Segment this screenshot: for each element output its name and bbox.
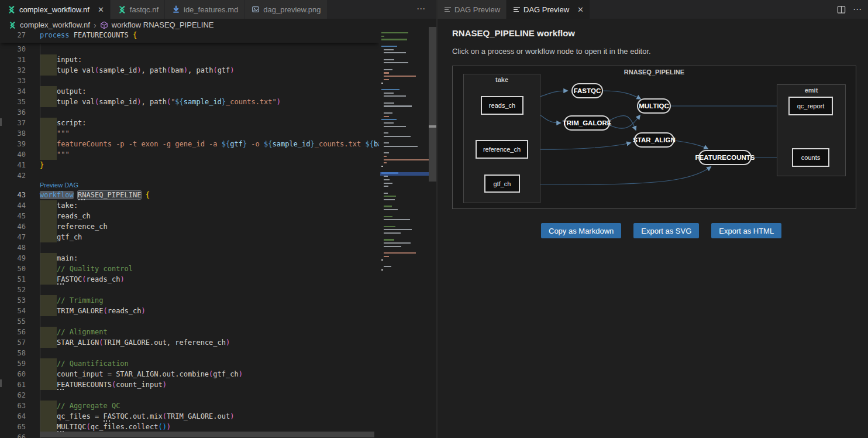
symbol-cube-icon xyxy=(100,21,108,29)
horizontal-scrollbar[interactable] xyxy=(40,432,374,437)
dag-node-STAR_ALIGN[interactable]: STAR_ALIGN xyxy=(634,132,674,148)
code-line-44[interactable]: 44take: xyxy=(0,200,379,211)
code-line-51[interactable]: 51FASTQC(reads_ch) xyxy=(0,274,379,285)
code-text: MULTIQC(qc_files.collect()) xyxy=(57,422,171,432)
code-line-38[interactable]: 38""" xyxy=(0,128,379,139)
indent-highlight xyxy=(40,86,57,97)
code-token: reference_ch xyxy=(57,223,108,231)
code-line-54[interactable]: 54TRIM_GALORE(reads_ch) xyxy=(0,306,379,316)
indent-highlight xyxy=(40,369,57,379)
code-token xyxy=(141,191,145,199)
minimap-line xyxy=(384,199,395,200)
preview-lines-icon xyxy=(445,6,451,13)
code-line-56[interactable]: 56// Alignment xyxy=(0,327,379,337)
indent-highlight xyxy=(40,295,57,306)
code-line-48[interactable]: 48 xyxy=(0,242,379,253)
code-line-39[interactable]: 39featureCounts -p -t exon -g gene_id -a… xyxy=(0,139,379,149)
dag-edge-reference_ch-STAR_ALIGN xyxy=(528,143,631,149)
tab-dag-preview-2[interactable]: DAG Preview ✕ xyxy=(507,0,590,19)
code-line-58[interactable]: 58 xyxy=(0,348,379,358)
code-line-65[interactable]: 65MULTIQC(qc_files.collect()) xyxy=(0,422,379,432)
code-line-60[interactable]: 60count_input = STAR_ALIGN.out.combine(g… xyxy=(0,369,379,379)
line-number: 38 xyxy=(0,128,26,139)
code-line-31[interactable]: 31input: xyxy=(0,54,379,65)
code-line-40[interactable]: 40""" xyxy=(0,149,379,160)
tab-dag-preview-png[interactable]: dag_preview.png xyxy=(244,0,327,19)
code-line-36[interactable]: 36 xyxy=(0,107,379,118)
sticky-scroll-line[interactable]: 27 process FEATURECOUNTS { xyxy=(0,31,379,43)
code-line-64[interactable]: 64qc_files = FASTQC.out.mix(TRIM_GALORE.… xyxy=(0,411,379,422)
code-line-42[interactable]: 42 xyxy=(0,170,379,181)
code-line-63[interactable]: 63// Aggregate QC xyxy=(0,401,379,411)
dag-node-MULTIQC[interactable]: MULTIQC xyxy=(637,98,671,114)
tab-dag-preview-1[interactable]: DAG Preview xyxy=(438,0,507,19)
code-line-62[interactable]: 62 xyxy=(0,390,379,401)
dag-node-counts: counts xyxy=(792,148,829,167)
minimap-line xyxy=(384,162,387,163)
code-line-61[interactable]: 61FEATURECOUNTS(count_input) xyxy=(0,379,379,390)
code-line-34[interactable]: 34output: xyxy=(0,86,379,97)
code-token: , path xyxy=(142,98,167,106)
dag-cluster-label: take xyxy=(464,76,540,83)
code-line-57[interactable]: 57STAR_ALIGN(TRIM_GALORE.out, reference_… xyxy=(0,337,379,348)
line-number: 61 xyxy=(0,379,26,390)
code-line-52[interactable]: 52 xyxy=(0,285,379,295)
codelens-preview-dag[interactable]: Preview DAG xyxy=(40,181,78,190)
code-line-41[interactable]: 41} xyxy=(0,160,379,170)
dag-node-FEATURECOUNTS[interactable]: FEATURECOUNTS xyxy=(698,150,752,165)
line-number: 58 xyxy=(0,348,26,358)
tab-complex-workflow-nf[interactable]: complex_workflow.nf ✕ xyxy=(0,0,111,19)
minimap-line xyxy=(384,152,389,153)
code-line-43[interactable]: 43workflow RNASEQ_PIPELINE { xyxy=(0,190,379,200)
export-as-svg-button[interactable]: Export as SVG xyxy=(633,223,699,238)
code-line-49[interactable]: 49main: xyxy=(0,253,379,264)
code-line-35[interactable]: 35tuple val(sample_id), path("${sample_i… xyxy=(0,97,379,107)
more-actions-icon[interactable]: ⋯ xyxy=(853,4,862,15)
code-token: FEATURECOUNTS xyxy=(70,31,133,39)
code-text: } xyxy=(40,160,44,170)
tab-ide-features-md[interactable]: ide_features.md xyxy=(165,0,244,19)
close-icon[interactable]: ✕ xyxy=(577,6,584,13)
dag-node-FASTQC[interactable]: FASTQC xyxy=(571,83,603,98)
code-line-47[interactable]: 47gtf_ch xyxy=(0,232,379,242)
indent-guide xyxy=(40,76,40,86)
split-editor-icon[interactable] xyxy=(837,5,846,14)
code-token: ) xyxy=(120,275,124,283)
code-line-30[interactable]: 30 xyxy=(0,44,379,54)
code-text: // Quality control xyxy=(57,264,133,274)
code-line-50[interactable]: 50// Quality control xyxy=(0,264,379,274)
line-number: 37 xyxy=(0,118,26,128)
line-number: 45 xyxy=(0,211,26,221)
minimap-line xyxy=(384,239,394,240)
code-line-32[interactable]: 32tuple val(sample_id), path(bam), path(… xyxy=(0,65,379,76)
code-line-46[interactable]: 46reference_ch xyxy=(0,221,379,232)
copy-as-markdown-button[interactable]: Copy as Markdown xyxy=(541,223,621,238)
minimap-line xyxy=(384,76,416,77)
chevron-right-icon: › xyxy=(94,20,97,30)
line-number: 43 xyxy=(0,190,26,200)
indent-highlight xyxy=(40,274,57,285)
tab-fastqc-nf[interactable]: fastqc.nf xyxy=(111,0,165,19)
code-line-37[interactable]: 37script: xyxy=(0,118,379,128)
code-line-55[interactable]: 55 xyxy=(0,316,379,327)
dag-node-TRIM_GALORE[interactable]: TRIM_GALORE xyxy=(564,115,610,131)
minimap-line xyxy=(384,226,395,227)
code-text: tuple val(sample_id), path(bam), path(gt… xyxy=(57,65,235,76)
code-token: bam xyxy=(171,66,184,74)
minimap-line xyxy=(384,246,401,247)
breadcrumb-file[interactable]: complex_workflow.nf xyxy=(20,20,90,29)
vertical-scrollbar[interactable] xyxy=(429,27,436,182)
breadcrumb-symbol[interactable]: workflow RNASEQ_PIPELINE xyxy=(112,20,214,29)
code-line-59[interactable]: 59// Quantification xyxy=(0,358,379,369)
code-editor[interactable]: 27 process FEATURECOUNTS { 3031input:32t… xyxy=(0,31,379,438)
close-icon[interactable]: ✕ xyxy=(98,6,104,13)
more-tabs-icon[interactable]: ⋯ xyxy=(416,4,426,14)
code-line-45[interactable]: 45reads_ch xyxy=(0,211,379,221)
line-number: 50 xyxy=(0,264,26,274)
minimap[interactable] xyxy=(380,27,429,437)
code-line-33[interactable]: 33 xyxy=(0,76,379,86)
export-as-html-button[interactable]: Export as HTML xyxy=(711,223,781,238)
code-line-53[interactable]: 53// Trimming xyxy=(0,295,379,306)
code-token: { xyxy=(133,31,137,39)
page-title: RNASEQ_PIPELINE workflow xyxy=(452,28,575,38)
